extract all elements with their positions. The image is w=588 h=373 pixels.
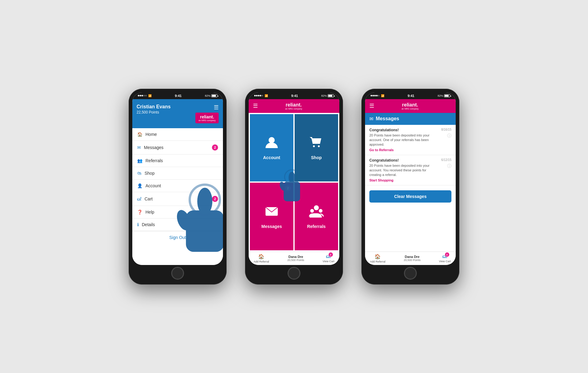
messages-header: ✉ Messages xyxy=(365,113,456,125)
footer-user-info-3: Dana Dre 20,500 Points xyxy=(404,255,420,262)
message-body-1: 20 Points have been deposited into your … xyxy=(369,133,437,147)
sidebar-item-messages[interactable]: ✉ Messages 2 xyxy=(132,141,223,155)
messages-left: ✉ Messages xyxy=(137,145,164,150)
messages-list: Congratulations! 20 Points have been dep… xyxy=(365,125,456,252)
battery-fill xyxy=(212,95,216,97)
shop-tile-label: Shop xyxy=(311,155,322,160)
header-logo-2: reliant. an NRG company xyxy=(285,102,302,110)
tile-messages[interactable]: 2 Messages xyxy=(250,183,293,250)
phone-3-screen: 📶 9:41 82% ☰ reliant. an NRG company ✉ M… xyxy=(365,92,456,265)
battery-pct-3: 82% xyxy=(438,94,443,97)
phone-2-screen: 📶 9:41 82% ☰ reliant. an NRG company xyxy=(249,92,339,265)
help-left: ❓ Help xyxy=(137,210,154,214)
message-date-1: 8/16/15 xyxy=(441,128,451,131)
svg-point-4 xyxy=(269,137,275,143)
shop-label: Shop xyxy=(145,171,155,176)
sidebar-menu: 🏠 Home ✉ Messages 2 👥 Referrals xyxy=(132,128,223,265)
header-logo-3: reliant. an NRG company xyxy=(401,102,419,110)
message-link-2[interactable]: Start Shopping xyxy=(369,178,437,182)
sidebar-item-details[interactable]: ℹ Details xyxy=(132,218,223,231)
battery-fill-2 xyxy=(328,95,332,97)
dot4 xyxy=(143,95,145,96)
home-icon: 🏠 xyxy=(137,132,142,137)
account-left: 👤 Account xyxy=(137,183,161,188)
signal-area-3: 📶 xyxy=(371,94,384,97)
hamburger-icon[interactable]: ☰ xyxy=(214,104,219,111)
footer-user-points: 20,500 Points xyxy=(287,259,304,262)
s5 xyxy=(378,95,379,96)
dot3 xyxy=(141,95,143,96)
sidebar-item-shop[interactable]: 🛍 Shop xyxy=(132,167,223,180)
signal-dots xyxy=(138,95,147,96)
battery-icon xyxy=(211,94,217,97)
messages-label: Messages xyxy=(144,145,164,150)
help-label: Help xyxy=(145,210,154,214)
view-cart-btn-3[interactable]: 🛋 2 View Cart xyxy=(439,254,451,263)
message-row-1: Congratulations! 20 Points have been dep… xyxy=(369,128,451,152)
hamburger-3[interactable]: ☰ xyxy=(369,103,374,109)
messages-icon: ✉ xyxy=(137,145,141,150)
user-points: 22,500 Points xyxy=(137,110,171,114)
dot5 xyxy=(145,95,147,96)
sign-out-button[interactable]: Sign Out xyxy=(132,231,223,244)
d2 xyxy=(256,95,258,96)
svg-point-8 xyxy=(314,205,319,210)
sidebar-item-account[interactable]: 👤 Account xyxy=(132,180,223,192)
message-date-2: 6/12/15 xyxy=(441,158,451,162)
footer-user-name: Dana Dre xyxy=(287,255,304,259)
home-button-2[interactable] xyxy=(288,267,300,280)
phone-1: 📶 9:41 82% Cristian Evans 22,500 Points … xyxy=(129,89,227,285)
logo-sub-2: an NRG company xyxy=(285,108,302,110)
tile-account[interactable]: Account xyxy=(250,114,293,182)
signal-dots-3 xyxy=(371,95,379,96)
shop-tile-icon xyxy=(309,135,324,153)
home-footer-3: 🏠 Add Referral Dana Dre 20,500 Points 🛋 … xyxy=(365,252,456,265)
wifi-icon: 📶 xyxy=(148,94,152,97)
sidebar-item-home[interactable]: 🏠 Home xyxy=(132,128,223,141)
svg-point-5 xyxy=(313,145,315,147)
message-content-2: Congratulations! 20 Points have been dep… xyxy=(369,158,437,182)
message-item-2[interactable]: Congratulations! 20 Points have been dep… xyxy=(365,155,456,185)
wifi-icon-2: 📶 xyxy=(265,94,268,97)
tile-referrals[interactable]: Referrals xyxy=(295,183,338,250)
phone-2: 📶 9:41 82% ☰ reliant. an NRG company xyxy=(245,89,343,285)
message-link-1[interactable]: Go to Referrals xyxy=(369,148,437,152)
home-button-1[interactable] xyxy=(171,267,184,280)
home-footer-2: 🏠 Add Referral Dana Dre 20,500 Points 🛋 … xyxy=(249,252,339,265)
d3 xyxy=(258,95,259,96)
envelope-icon: ✉ xyxy=(369,116,373,122)
view-cart-label-3: View Cart xyxy=(439,260,451,263)
d1 xyxy=(254,95,256,96)
svg-point-6 xyxy=(318,145,320,147)
sidebar-header: Cristian Evans 22,500 Points ☰ reliant. … xyxy=(132,99,223,128)
add-referral-btn-3[interactable]: 🏠 Add Referral xyxy=(370,254,386,263)
account-icon: 👤 xyxy=(137,183,142,188)
logo-sub: an NRG company xyxy=(198,119,216,121)
user-name: Cristian Evans xyxy=(137,104,171,110)
details-icon: ℹ xyxy=(137,222,139,227)
cart-badge: 2 xyxy=(212,196,218,202)
account-tile-icon xyxy=(264,135,279,153)
message-item-1[interactable]: Congratulations! 20 Points have been dep… xyxy=(365,125,456,155)
clear-messages-button[interactable]: Clear Messages xyxy=(369,190,451,203)
sidebar-item-help[interactable]: ❓ Help xyxy=(132,206,223,218)
details-left: ℹ Details xyxy=(137,222,155,227)
clock-display: 9:41 xyxy=(175,94,182,98)
add-referral-btn[interactable]: 🏠 Add Referral xyxy=(254,254,269,263)
sidebar-item-cart[interactable]: 🛋 Cart 2 xyxy=(132,192,223,206)
home-grid: Account Shop 2 xyxy=(249,113,339,252)
tile-shop[interactable]: Shop xyxy=(295,114,338,182)
d5 xyxy=(262,95,263,96)
cart-icon: 🛋 xyxy=(137,196,141,201)
signal-area-2: 📶 xyxy=(254,94,268,97)
logo-text-3: reliant. xyxy=(401,102,419,108)
view-cart-btn[interactable]: 🛋 2 View Cart xyxy=(322,254,334,263)
referrals-tile-label: Referrals xyxy=(307,224,326,229)
clock-2: 9:41 xyxy=(291,94,298,98)
sidebar-item-referrals[interactable]: 👥 Referrals xyxy=(132,155,223,167)
cart-label: Cart xyxy=(145,196,153,201)
message-content-1: Congratulations! 20 Points have been dep… xyxy=(369,128,437,152)
s3 xyxy=(374,95,376,96)
hamburger-2[interactable]: ☰ xyxy=(253,103,258,109)
home-button-3[interactable] xyxy=(404,267,417,280)
